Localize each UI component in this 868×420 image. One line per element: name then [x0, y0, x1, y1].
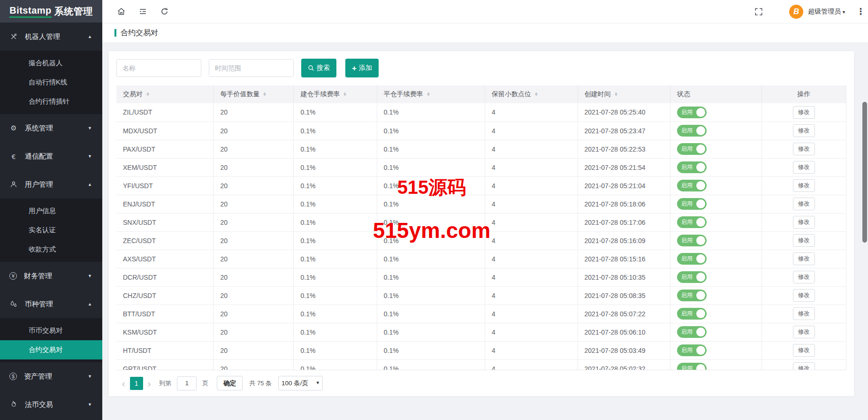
- cell-close_fee: 0.1%: [377, 158, 485, 176]
- page-size-select[interactable]: 100 条/页: [278, 376, 323, 390]
- column-header-created[interactable]: 创建时间▲▼: [578, 85, 670, 103]
- add-button[interactable]: + 添加: [345, 59, 379, 77]
- sidebar-item-contract-pairs[interactable]: 合约交易对: [0, 340, 102, 359]
- sidebar-section-fiat[interactable]: 法币交易▼: [0, 390, 102, 419]
- sidebar-item-user-info[interactable]: 用户信息: [0, 201, 102, 221]
- scrollbar-thumb[interactable]: [862, 102, 867, 243]
- column-label: 平仓手续费率: [384, 90, 423, 98]
- goto-page-input[interactable]: [177, 376, 197, 390]
- sidebar-item-match-robot[interactable]: 撮合机器人: [0, 53, 102, 73]
- edit-button[interactable]: 修改: [793, 307, 815, 320]
- status-toggle[interactable]: 启用: [677, 290, 707, 301]
- edit-button[interactable]: 修改: [793, 289, 815, 302]
- column-header-pair[interactable]: 交易对▲▼: [116, 85, 213, 103]
- edit-button[interactable]: 修改: [793, 344, 815, 357]
- status-toggle[interactable]: 启用: [677, 107, 707, 118]
- avatar[interactable]: B: [789, 5, 803, 19]
- cell-status: 启用: [670, 250, 761, 268]
- sidebar-section-comm[interactable]: €通信配置▼: [0, 142, 102, 170]
- next-page-icon[interactable]: ›: [143, 379, 156, 388]
- status-toggle[interactable]: 启用: [677, 326, 707, 338]
- collapse-menu-icon[interactable]: [138, 7, 147, 16]
- cell-pair: HT/USDT: [116, 341, 213, 359]
- cell-created: 2021-07-28 05:21:04: [578, 176, 670, 195]
- edit-button[interactable]: 修改: [793, 106, 815, 119]
- cell-action: 修改: [761, 323, 846, 341]
- status-toggle[interactable]: 启用: [677, 308, 707, 320]
- table-row: ZEC/USDT200.1%0.1%42021-07-28 05:16:09启用…: [116, 231, 846, 250]
- edit-button[interactable]: 修改: [793, 161, 815, 174]
- sort-icon[interactable]: ▲▼: [343, 92, 347, 97]
- name-filter-input[interactable]: [116, 59, 201, 77]
- cell-status: 启用: [670, 158, 761, 176]
- sidebar-section-users[interactable]: 用户管理▲: [0, 170, 102, 199]
- edit-button[interactable]: 修改: [793, 216, 815, 229]
- sidebar-section-coins[interactable]: 币种管理▲: [0, 290, 102, 318]
- toggle-knob: [696, 163, 705, 172]
- sidebar-section-assets[interactable]: $资产管理▼: [0, 362, 102, 390]
- sidebar-item-payment-method[interactable]: 收款方式: [0, 240, 102, 259]
- column-header-close_fee[interactable]: 平仓手续费率▲▼: [377, 85, 485, 103]
- edit-button[interactable]: 修改: [793, 362, 815, 370]
- cell-pair: GRT/USDT: [116, 359, 213, 370]
- search-button[interactable]: 搜索: [301, 59, 336, 77]
- status-toggle[interactable]: 启用: [677, 198, 707, 210]
- more-menu-icon[interactable]: ⋮: [856, 6, 865, 17]
- home-icon[interactable]: [116, 7, 126, 16]
- column-header-open_fee[interactable]: 建仓手续费率▲▼: [294, 85, 377, 103]
- status-toggle[interactable]: 启用: [677, 143, 707, 155]
- edit-button[interactable]: 修改: [793, 234, 815, 247]
- cell-per_value: 20: [213, 195, 294, 213]
- toggle-knob: [696, 364, 705, 370]
- cell-status: 启用: [670, 323, 761, 341]
- column-header-decimals[interactable]: 保留小数点位▲▼: [485, 85, 578, 103]
- sidebar-item-kyc[interactable]: 实名认证: [0, 221, 102, 240]
- sidebar-item-contract-pin[interactable]: 合约行情插针: [0, 92, 102, 111]
- sort-icon[interactable]: ▲▼: [534, 92, 538, 97]
- sidebar-section-finance[interactable]: ¥财务管理▼: [0, 262, 102, 290]
- sort-icon[interactable]: ▲▼: [426, 92, 430, 97]
- sort-icon[interactable]: ▲▼: [263, 92, 266, 97]
- sidebar-section-system[interactable]: ⚙系统管理▼: [0, 114, 102, 142]
- status-toggle[interactable]: 启用: [677, 125, 707, 137]
- column-header-per_value[interactable]: 每手价值数量▲▼: [213, 85, 294, 103]
- status-toggle[interactable]: 启用: [677, 253, 707, 265]
- cell-open_fee: 0.1%: [294, 231, 377, 250]
- time-range-input[interactable]: [209, 59, 294, 77]
- cell-pair: SNX/USDT: [116, 213, 213, 231]
- sort-icon[interactable]: ▲▼: [146, 92, 150, 97]
- table-row: ENJ/USDT200.1%0.1%42021-07-28 05:18:06启用…: [116, 195, 846, 213]
- status-toggle[interactable]: 启用: [677, 271, 707, 283]
- edit-button[interactable]: 修改: [793, 198, 815, 210]
- sort-icon[interactable]: ▲▼: [614, 92, 618, 97]
- status-toggle[interactable]: 启用: [677, 363, 707, 370]
- status-toggle[interactable]: 启用: [677, 180, 707, 191]
- cell-action: 修改: [761, 341, 846, 359]
- edit-button[interactable]: 修改: [793, 143, 815, 155]
- edit-button[interactable]: 修改: [793, 326, 815, 338]
- search-icon: [308, 65, 314, 71]
- status-toggle[interactable]: 启用: [677, 161, 707, 173]
- status-toggle[interactable]: 启用: [677, 235, 707, 246]
- fullscreen-icon[interactable]: [754, 8, 763, 16]
- table-row: SNX/USDT200.1%0.1%42021-07-28 05:17:06启用…: [116, 213, 846, 231]
- page-1-button[interactable]: 1: [130, 377, 143, 390]
- refresh-icon[interactable]: [160, 7, 169, 16]
- table-row: ZIL/USDT200.1%0.1%42021-07-28 05:25:40启用…: [116, 103, 846, 122]
- edit-button[interactable]: 修改: [793, 271, 815, 283]
- sidebar-section-robots[interactable]: 机器人管理▲: [0, 23, 102, 51]
- edit-button[interactable]: 修改: [793, 179, 815, 192]
- status-toggle[interactable]: 启用: [677, 216, 707, 228]
- sidebar-item-spot-pairs[interactable]: 币币交易对: [0, 321, 102, 340]
- confirm-button[interactable]: 确定: [217, 376, 243, 390]
- cell-created: 2021-07-28 05:21:54: [578, 158, 670, 176]
- pairs-table: 交易对▲▼每手价值数量▲▼建仓手续费率▲▼平仓手续费率▲▼保留小数点位▲▼创建时…: [116, 85, 846, 370]
- sidebar-item-auto-kline[interactable]: 自动行情K线: [0, 73, 102, 92]
- admin-dropdown[interactable]: 超级管理员▼: [808, 8, 846, 16]
- status-toggle[interactable]: 启用: [677, 344, 707, 356]
- total-count-label: 共 75 条: [249, 379, 272, 388]
- toggle-knob: [696, 273, 705, 282]
- prev-page-icon[interactable]: ‹: [117, 379, 130, 388]
- edit-button[interactable]: 修改: [793, 124, 815, 137]
- edit-button[interactable]: 修改: [793, 252, 815, 265]
